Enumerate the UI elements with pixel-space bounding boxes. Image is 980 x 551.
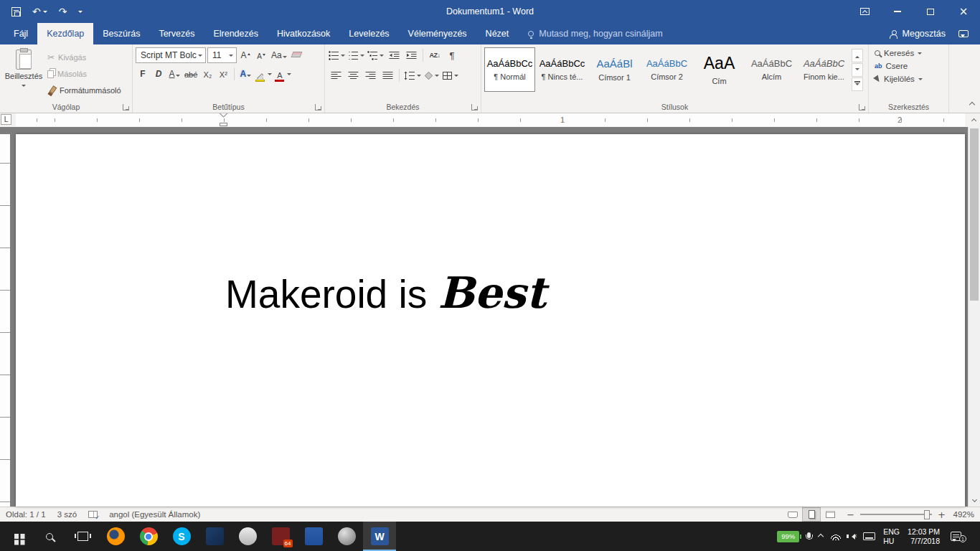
style-subtle-emphasis[interactable]: AaÁáBbC Finom kie... (798, 47, 849, 92)
zoom-out-button[interactable]: − (847, 509, 854, 520)
taskbar-firefox-button[interactable] (99, 522, 132, 551)
justify-button[interactable] (380, 67, 395, 83)
vertical-ruler[interactable] (0, 127, 12, 507)
taskbar-app-4-button[interactable] (297, 522, 330, 551)
zoom-percentage[interactable]: 492% (951, 510, 974, 519)
multilevel-list-button[interactable] (367, 47, 385, 63)
wifi-icon[interactable] (831, 533, 841, 540)
left-indent-marker[interactable] (220, 123, 227, 126)
taskbar-app-1-button[interactable] (198, 522, 231, 551)
highlight-caret[interactable] (268, 73, 272, 77)
align-right-button[interactable] (362, 67, 378, 83)
taskbar-app-2-button[interactable] (231, 522, 264, 551)
proofing-status-button[interactable] (83, 511, 103, 518)
zoom-slider[interactable] (860, 514, 932, 515)
style-normal[interactable]: AaÁáBbCc ¶ Normál (484, 47, 535, 92)
web-layout-button[interactable] (821, 507, 839, 522)
style-no-spacing[interactable]: AaÁáBbCc ¶ Nincs té... (537, 47, 588, 92)
shading-button[interactable] (423, 67, 440, 83)
tab-tervezes[interactable]: Tervezés (149, 23, 204, 44)
comments-button[interactable] (953, 23, 980, 44)
maximize-button[interactable] (914, 0, 947, 23)
microphone-icon[interactable] (807, 532, 811, 538)
select-button[interactable]: Kijelölés (872, 75, 946, 83)
decrease-indent-button[interactable] (386, 47, 402, 63)
taskbar-app-5-button[interactable] (330, 522, 363, 551)
battery-indicator[interactable]: 99% (777, 531, 799, 542)
align-center-button[interactable] (345, 67, 361, 83)
vertical-scrollbar[interactable] (968, 127, 980, 507)
tray-expand-chevron[interactable] (818, 533, 824, 539)
font-size-combobox[interactable]: 11 (207, 47, 237, 63)
numbering-button[interactable] (347, 47, 365, 63)
taskbar-skype-button[interactable]: S (165, 522, 198, 551)
minimize-button[interactable] (881, 0, 914, 23)
align-left-button[interactable] (328, 67, 344, 83)
touch-keyboard-icon[interactable] (863, 532, 875, 540)
font-dialog-launcher[interactable] (315, 104, 321, 110)
paragraph-dialog-launcher[interactable] (471, 104, 478, 110)
tab-beszuras[interactable]: Beszúrás (93, 23, 149, 44)
tab-selector[interactable]: L (1, 114, 11, 125)
taskbar-app-3-button[interactable]: 64 (264, 522, 297, 551)
collapse-ribbon-button[interactable] (969, 102, 975, 108)
redo-icon[interactable]: ↷ (59, 6, 67, 17)
find-button[interactable]: Keresés (872, 49, 946, 57)
format-painter-button[interactable]: Formátummásoló (44, 83, 124, 98)
horizontal-ruler[interactable]: 1 2 (16, 113, 965, 126)
scrollbar-thumb[interactable] (970, 128, 979, 301)
volume-muted-icon[interactable] (849, 534, 855, 540)
italic-button[interactable]: D (151, 66, 166, 82)
language-switcher[interactable]: ENG HU (883, 527, 900, 545)
text-effects-button[interactable]: A (238, 66, 253, 82)
action-center-button[interactable]: 1 (948, 532, 964, 541)
increase-indent-button[interactable] (403, 47, 419, 63)
taskbar-word-button[interactable]: W (363, 522, 396, 551)
underline-button[interactable]: A (167, 66, 182, 82)
scroll-down-button[interactable] (969, 494, 980, 507)
task-view-button[interactable] (66, 522, 99, 551)
show-paragraph-marks-button[interactable]: ¶ (444, 47, 460, 63)
first-line-indent-marker[interactable] (219, 113, 228, 118)
style-title[interactable]: AaA Cím (694, 47, 745, 92)
ribbon-display-options-button[interactable] (848, 0, 881, 23)
document-page[interactable]: Makeroid is Best (16, 134, 965, 507)
tab-kezdolap[interactable]: Kezdőlap (37, 23, 93, 44)
styles-dialog-launcher[interactable] (859, 104, 865, 110)
font-color-button[interactable]: A (273, 66, 286, 82)
read-mode-button[interactable] (783, 507, 802, 522)
strikethrough-button[interactable]: abé (183, 66, 199, 82)
start-button[interactable] (0, 522, 33, 551)
page-indicator[interactable]: Oldal: 1 / 1 (0, 510, 52, 519)
save-icon[interactable] (11, 7, 21, 17)
change-case-button[interactable]: Aa (270, 47, 288, 63)
undo-button[interactable]: ↶ (32, 6, 47, 17)
taskbar-search-button[interactable] (33, 522, 66, 551)
print-layout-button[interactable] (802, 507, 821, 522)
styles-scroll-down-button[interactable] (852, 63, 863, 77)
styles-more-button[interactable] (852, 77, 863, 91)
clear-formatting-button[interactable] (290, 47, 304, 63)
font-color-caret[interactable] (287, 73, 291, 77)
sort-button[interactable]: AZ↓ (427, 47, 443, 63)
tab-file[interactable]: Fájl (4, 23, 37, 44)
tell-me-box[interactable]: Mutasd meg, hogyan csináljam (518, 23, 672, 44)
superscript-button[interactable]: X² (216, 66, 230, 82)
tab-levelezes[interactable]: Levelezés (339, 23, 398, 44)
tab-hivatkozasok[interactable]: Hivatkozások (268, 23, 339, 44)
clock[interactable]: 12:03 PM 7/7/2018 (908, 527, 940, 545)
paste-button[interactable]: Beillesztés (3, 47, 44, 101)
customize-qat-caret[interactable] (78, 11, 83, 15)
font-name-combobox[interactable]: Script MT Bolc (136, 47, 206, 63)
style-heading-2[interactable]: AaÁáBbC Címsor 2 (641, 47, 692, 92)
style-heading-1[interactable]: AaÁáBl Címsor 1 (589, 47, 640, 92)
line-spacing-button[interactable] (403, 67, 422, 83)
subscript-button[interactable]: X₂ (200, 66, 215, 82)
close-button[interactable]: × (947, 0, 980, 23)
shrink-font-button[interactable]: A (254, 47, 268, 63)
zoom-in-button[interactable]: + (938, 509, 946, 520)
bold-button[interactable]: F (136, 66, 150, 82)
highlight-button[interactable] (254, 66, 266, 82)
tab-nezet[interactable]: Nézet (476, 23, 519, 44)
clipboard-dialog-launcher[interactable] (123, 104, 129, 110)
